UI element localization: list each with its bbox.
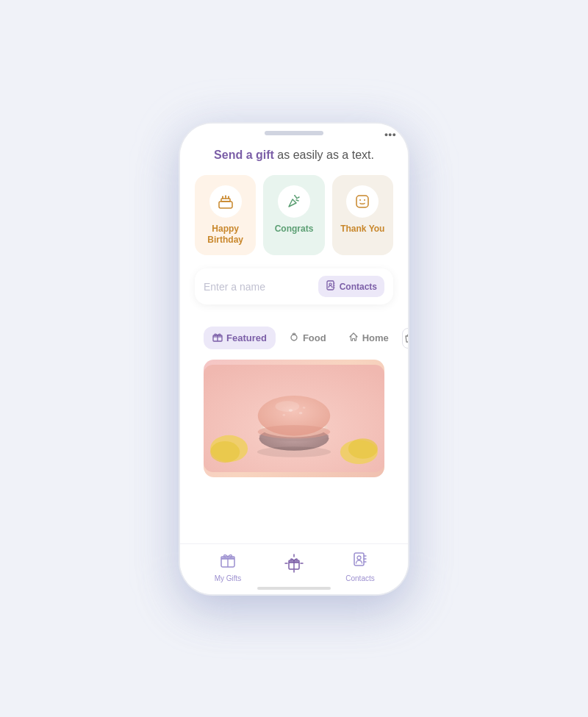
contacts-button[interactable]: Contacts [318,276,384,297]
svg-point-28 [348,438,378,458]
my-gifts-nav-icon-svg [220,552,236,568]
gift-tab-icon-svg [212,332,223,342]
svg-point-6 [225,195,226,196]
contacts-btn-label: Contacts [340,282,377,292]
contacts-icon-svg [326,280,336,290]
featured-tab-label: Featured [226,332,267,343]
food-tab-icon [289,332,299,344]
search-bar: Enter a name Contacts [195,268,393,304]
home-icon-svg [348,332,359,342]
congrats-label: Congrats [275,224,314,235]
category-card-birthday[interactable]: Happy Birthday [195,175,256,255]
svg-point-26 [210,441,240,463]
svg-point-38 [275,401,299,412]
send-gift-nav-icon-svg [284,554,304,573]
tab-food[interactable]: Food [280,327,335,349]
svg-point-13 [329,283,331,285]
svg-point-35 [299,412,303,414]
birthday-label: Happy Birthday [201,224,250,246]
svg-rect-9 [356,196,368,207]
nav-contacts[interactable]: Contacts [327,552,393,582]
phone-wrapper: ●●● Send a gift as easily as a text. [0,0,588,717]
nav-send[interactable] [261,554,327,579]
tab-featured[interactable]: Featured [204,327,276,349]
my-gifts-icon [220,552,236,571]
home-tab-label: Home [362,332,389,343]
category-card-thankyou[interactable]: Thank You [332,175,393,255]
category-grid: Happy Birthday Congrats [195,175,393,255]
status-bar: ●●● [180,124,408,138]
svg-rect-0 [219,201,232,208]
nav-my-gifts[interactable]: My Gifts [195,552,261,582]
thankyou-icon-circle [346,185,379,218]
header-bold: Send a gift [214,149,274,161]
contacts-book-icon [326,280,336,293]
svg-point-40 [257,446,331,457]
svg-point-52 [357,556,361,560]
thankyou-label: Thank You [340,224,384,235]
featured-tab-icon [212,332,223,344]
birthday-icon-circle [209,185,242,218]
contacts-nav-icon-svg [352,552,368,568]
category-card-congrats[interactable]: Congrats [263,175,324,255]
svg-point-10 [359,199,361,201]
send-gift-icon [284,554,304,577]
svg-point-39 [258,425,330,438]
svg-point-11 [364,199,365,201]
tab-home[interactable]: Home [340,327,398,349]
svg-point-36 [283,414,286,416]
food-tab-label: Food [303,332,326,343]
tabs-row: Featured Food [204,327,384,349]
food-icon-svg [289,332,299,342]
header-text: Send a gift as easily as a text. [214,149,374,161]
more-tabs-button[interactable] [402,328,408,349]
contacts-nav-icon [352,552,368,571]
contacts-nav-label: Contacts [345,574,374,582]
shopping-bag-icon [403,332,408,344]
header: Send a gift as easily as a text. [195,138,393,175]
product-image[interactable] [204,360,384,477]
my-gifts-nav-label: My Gifts [215,574,242,582]
congrats-party-icon [285,193,303,210]
svg-point-5 [222,196,223,197]
congrats-icon-circle [278,185,310,218]
phone-device: ●●● Send a gift as easily as a text. [180,124,408,594]
thankyou-smile-icon [354,193,371,210]
svg-point-7 [228,196,229,197]
home-tab-icon [348,332,359,344]
search-placeholder[interactable]: Enter a name [204,281,312,293]
screen-content: Send a gift as easily as a text. [180,138,408,487]
svg-point-37 [303,407,306,409]
svg-point-8 [294,195,295,196]
status-icons: ●●● [384,131,396,138]
svg-point-20 [291,335,297,340]
macaron-illustration [204,360,384,477]
tabs-section: Featured Food [195,316,393,486]
birthday-cake-icon [217,193,234,210]
notch [265,131,323,135]
home-indicator [257,587,331,590]
